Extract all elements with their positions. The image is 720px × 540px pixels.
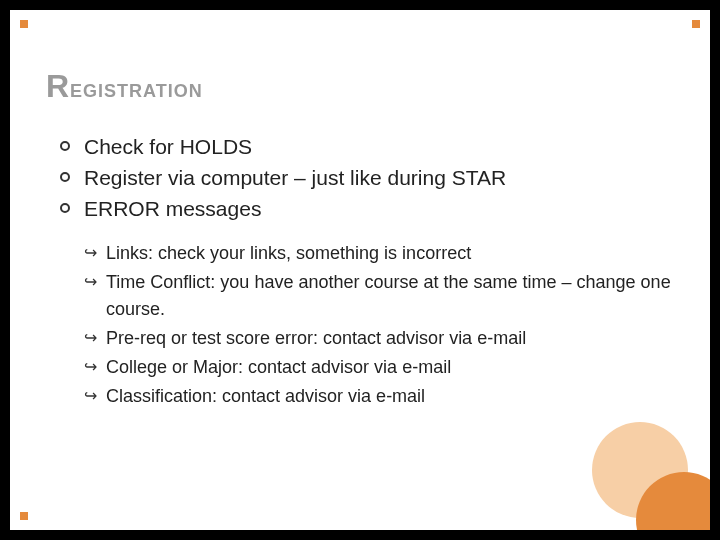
title-initial: R [46,68,70,104]
list-item: Pre-req or test score error: contact adv… [84,325,674,352]
bullet-text: Register via computer – just like during… [84,166,506,189]
sub-bullet-text: College or Major: contact advisor via e-… [106,357,451,377]
bullet-text: ERROR messages [84,197,261,220]
slide-content: Registration Check for HOLDS Register vi… [46,68,674,412]
sub-bullet-text: Links: check your links, something is in… [106,243,471,263]
list-item: Check for HOLDS [60,133,674,162]
list-item: Time Conflict: you have another course a… [84,269,674,323]
list-item: Classification: contact advisor via e-ma… [84,383,674,410]
slide: Registration Check for HOLDS Register vi… [10,10,710,530]
page-title: Registration [46,68,674,105]
corner-decoration [692,20,700,28]
bullet-text: Check for HOLDS [84,135,252,158]
corner-decoration [20,20,28,28]
list-item: Register via computer – just like during… [60,164,674,193]
list-item: College or Major: contact advisor via e-… [84,354,674,381]
sub-bullet-text: Time Conflict: you have another course a… [106,272,671,319]
sub-bullet-text: Pre-req or test score error: contact adv… [106,328,526,348]
list-item: ERROR messages [60,195,674,224]
bullet-list: Check for HOLDS Register via computer – … [46,133,674,224]
sub-bullet-list: Links: check your links, something is in… [46,240,674,410]
title-rest: egistration [70,73,203,103]
list-item: Links: check your links, something is in… [84,240,674,267]
corner-decoration [20,512,28,520]
sub-bullet-text: Classification: contact advisor via e-ma… [106,386,425,406]
